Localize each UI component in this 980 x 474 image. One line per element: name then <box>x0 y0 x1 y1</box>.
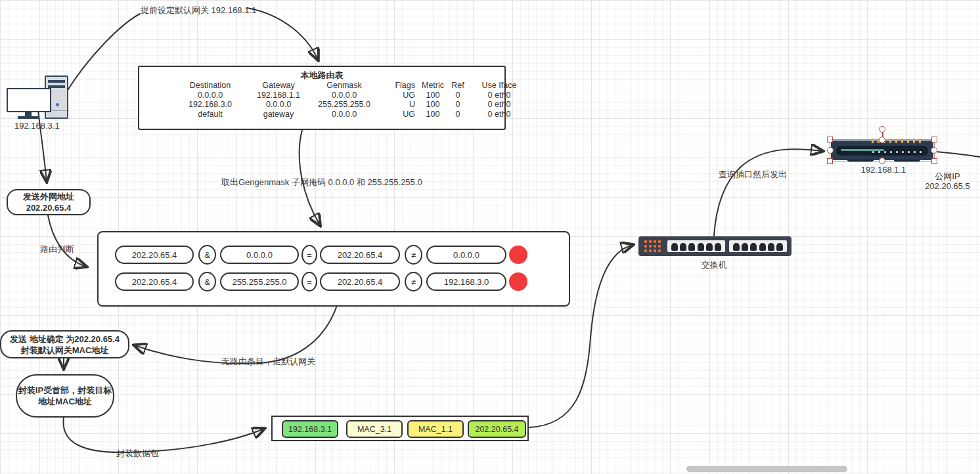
packet-src-mac-cell[interactable]: MAC_3.1 <box>346 420 403 438</box>
rt-cell: 100 <box>418 91 448 100</box>
router-panel <box>836 146 928 156</box>
routing-table-title: 本地路由表 <box>139 70 504 81</box>
tower-power-led <box>56 103 59 106</box>
connector-gateway-note-to-routing-table[interactable] <box>247 8 318 60</box>
packet-frame[interactable]: 192.168.3.1 MAC_3.1 MAC_1.1 202.20.65.4 <box>271 416 529 441</box>
query-port-note[interactable]: 查询插口然后发出 <box>719 169 787 181</box>
rt-cell: UG <box>381 91 418 100</box>
judgement-mask-pill[interactable]: 0.0.0.0 <box>220 246 299 264</box>
rt-cell: 192.168.3.0 <box>171 100 250 110</box>
switch-icon[interactable] <box>638 236 791 256</box>
switch-port-panel <box>729 240 787 252</box>
no-route-note[interactable]: 无路由条目，走默认网关 <box>221 356 315 368</box>
rt-cell: 0.0.0.0 <box>171 91 250 100</box>
node-text: 封装IP受首部，封装目标 <box>17 385 113 396</box>
rt-cell: 100 <box>418 100 448 110</box>
computer-monitor <box>7 88 51 112</box>
rt-header: Use Iface <box>468 81 531 91</box>
connector-switch-to-router[interactable] <box>714 149 822 236</box>
router-ip-label[interactable]: 192.168.1.1 <box>857 165 910 175</box>
rt-cell: 0 eth0 <box>468 110 531 119</box>
judgement-mask-pill[interactable]: 255.255.255.0 <box>220 272 299 291</box>
fail-indicator-dot[interactable] <box>509 246 527 264</box>
public-ip-value: 202.20.65.5 <box>925 181 970 191</box>
rt-cell: 0.0.0.0 <box>307 110 381 119</box>
not-equals-operator[interactable]: ≠ <box>405 272 422 291</box>
judgement-network-pill[interactable]: 192.168.3.0 <box>426 272 506 291</box>
rt-header: Destination <box>171 81 250 91</box>
router-screen-line <box>841 149 884 151</box>
public-ip-label[interactable]: 公网IP 202.20.65.5 <box>920 171 975 191</box>
equals-operator[interactable]: = <box>301 245 317 265</box>
rt-cell: 0 eth0 <box>468 91 531 100</box>
node-text: 202.20.65.4 <box>8 202 89 213</box>
rt-cell: 0.0.0.0 <box>250 100 307 110</box>
and-operator[interactable]: & <box>198 245 216 265</box>
judgement-result-pill[interactable]: 202.20.65.4 <box>320 272 400 291</box>
switch-label[interactable]: 交换机 <box>698 259 730 271</box>
rt-cell: 0 <box>448 100 468 110</box>
rt-cell: U <box>381 100 418 110</box>
switch-port-panel <box>667 240 725 252</box>
rt-header: Flags <box>381 81 418 91</box>
rt-cell: 100 <box>418 110 448 119</box>
node-send-external[interactable]: 发送外网地址 202.20.65.4 <box>7 189 91 215</box>
rt-cell: 0 <box>448 110 468 119</box>
route-judgement-box[interactable]: 202.20.65.4 & 0.0.0.0 = 202.20.65.4 ≠ 0.… <box>97 231 570 307</box>
tower-stripe <box>48 80 65 83</box>
judgement-result-pill[interactable]: 202.20.65.4 <box>320 246 400 264</box>
preset-gateway-note[interactable]: 提前设定默认网关 192.168.1.1 <box>141 5 256 16</box>
routing-table-grid: Destination Gateway Genmask Flags Metric… <box>171 81 531 119</box>
equals-operator[interactable]: = <box>301 272 317 291</box>
judgement-input-pill[interactable]: 202.20.65.4 <box>115 246 194 264</box>
router-foot <box>894 160 920 162</box>
diagram-canvas[interactable]: 提前设定默认网关 192.168.1.1 路由判断 取出Gengenmask 子… <box>0 0 980 474</box>
rt-cell: gateway <box>250 110 307 119</box>
encapsulate-packet-note[interactable]: 封装数据包 <box>116 448 159 460</box>
connector-encapsulate-to-packet[interactable] <box>64 418 264 452</box>
rt-cell: 0.0.0.0 <box>307 91 381 100</box>
public-ip-title: 公网IP <box>935 171 960 181</box>
node-encapsulate[interactable]: 封装IP受首部，封装目标 地址MAC地址 <box>16 374 114 418</box>
not-equals-operator[interactable]: ≠ <box>405 245 422 265</box>
node-address-confirmed[interactable]: 发送 地址确定 为202.20.65.4 封装默认网关MAC地址 <box>0 330 129 358</box>
node-text: 发送外网地址 <box>8 191 89 202</box>
switch-leds <box>644 240 661 252</box>
node-text: 发送 地址确定 为202.20.65.4 <box>1 334 128 345</box>
rt-cell: 255.255.255.0 <box>307 100 381 110</box>
router-foot <box>847 160 874 162</box>
packet-src-ip-cell[interactable]: 192.168.3.1 <box>282 420 338 438</box>
connector-router-to-offscreen[interactable] <box>936 152 980 157</box>
rt-cell: default <box>171 110 250 119</box>
router-icon[interactable] <box>831 140 933 160</box>
rt-header: Gateway <box>250 81 307 91</box>
route-judge-note[interactable]: 路由判断 <box>40 244 74 255</box>
node-text: 地址MAC地址 <box>17 396 113 407</box>
host-ip-label[interactable]: 192.168.3.1 <box>14 121 60 131</box>
judgement-network-pill[interactable]: 0.0.0.0 <box>426 246 506 264</box>
connector-host-to-gateway-note[interactable] <box>66 14 140 93</box>
rt-cell: 0 eth0 <box>468 100 531 110</box>
packet-dst-mac-cell[interactable]: MAC_1.1 <box>407 420 464 438</box>
rt-cell: UG <box>381 110 418 119</box>
horizontal-scrollbar-thumb[interactable] <box>686 466 847 472</box>
rt-header: Metric <box>418 81 448 91</box>
fail-indicator-dot[interactable] <box>509 272 527 291</box>
extract-genmask-note[interactable]: 取出Gengenmask 子网掩码 0.0.0.0 和 255.255.255.… <box>221 177 422 188</box>
judgement-input-pill[interactable]: 202.20.65.4 <box>115 272 194 291</box>
connector-send-external-to-judgement[interactable] <box>48 215 86 267</box>
rt-cell: 192.168.1.1 <box>250 91 307 100</box>
routing-table[interactable]: 本地路由表 Destination Gateway Genmask Flags … <box>138 66 506 130</box>
rt-cell: 0 <box>448 91 468 100</box>
rt-header: Genmask <box>307 81 381 91</box>
monitor-base <box>18 116 39 119</box>
node-text: 封装默认网关MAC地址 <box>1 345 128 356</box>
rt-header: Ref <box>448 81 468 91</box>
and-operator[interactable]: & <box>198 272 216 291</box>
packet-dst-ip-cell[interactable]: 202.20.65.4 <box>468 420 526 438</box>
connector-judgement-to-address-confirmed[interactable] <box>135 307 336 364</box>
host-computer-icon[interactable] <box>5 74 72 121</box>
